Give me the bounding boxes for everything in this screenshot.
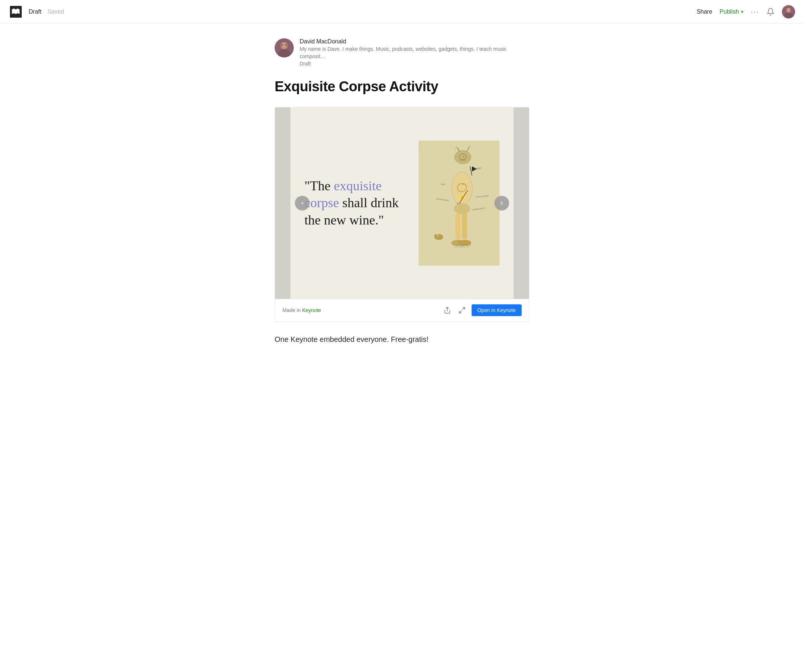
share-icon-button[interactable]: [442, 305, 453, 315]
header-left: Draft Saved: [9, 5, 696, 19]
author-name: David MacDonald: [300, 38, 529, 45]
author-status: Draft: [300, 61, 529, 67]
slide-content: "The exquisite corpse shall drink the ne…: [275, 119, 529, 288]
keynote-actions: Open in Keynote: [442, 304, 521, 316]
share-icon: [444, 307, 451, 314]
author-info: David MacDonald My name is Dave. I make …: [300, 38, 529, 67]
svg-line-43: [459, 311, 461, 313]
svg-rect-24: [455, 214, 461, 239]
bell-icon: [766, 8, 775, 16]
slide-quote: "The exquisite corpse shall drink the ne…: [304, 178, 404, 229]
article-body: One Keynote embedded everyone. Free-grat…: [275, 333, 529, 345]
medium-logo[interactable]: [9, 5, 23, 19]
chevron-right-icon: [499, 201, 504, 206]
notifications-button[interactable]: [766, 8, 775, 16]
publish-button[interactable]: Publish ▾: [720, 8, 743, 15]
author-section: David MacDonald My name is Dave. I make …: [275, 38, 529, 67]
publish-label: Publish: [720, 8, 739, 15]
chevron-down-icon: ▾: [741, 9, 743, 15]
author-avatar-image: [275, 38, 294, 57]
header: Draft Saved Share Publish ▾ ···: [0, 0, 804, 24]
keynote-slide: "The exquisite corpse shall drink the ne…: [275, 108, 529, 299]
saved-label: Saved: [47, 8, 64, 15]
keynote-footer: Made in Keynote: [275, 299, 529, 321]
svg-point-11: [282, 44, 283, 46]
made-in-label: Made in Keynote: [283, 307, 321, 313]
article-title: Exquisite Corpse Activity: [275, 78, 529, 95]
main-content: David MacDonald My name is Dave. I make …: [266, 24, 538, 375]
next-slide-button[interactable]: [494, 196, 509, 210]
svg-point-5: [787, 8, 790, 11]
author-bio: My name is Dave. I make things. Music, p…: [300, 46, 529, 60]
header-right: Share Publish ▾ ···: [696, 5, 795, 18]
svg-line-42: [462, 307, 464, 310]
more-options-button[interactable]: ···: [751, 7, 759, 16]
svg-point-23: [454, 203, 470, 214]
slide-image: Romm style cumor comer extrme à pist et …: [418, 140, 500, 266]
expand-icon: [458, 307, 466, 314]
svg-rect-25: [462, 214, 467, 239]
svg-point-12: [285, 44, 286, 46]
chevron-left-icon: [300, 201, 305, 206]
svg-point-30: [458, 240, 471, 246]
avatar[interactable]: [782, 5, 795, 18]
expand-icon-button[interactable]: [457, 305, 467, 315]
keynote-link[interactable]: Keynote: [302, 307, 321, 313]
draft-label: Draft: [29, 8, 42, 15]
author-avatar[interactable]: [275, 38, 294, 57]
avatar-image: [782, 5, 795, 18]
share-button[interactable]: Share: [696, 8, 712, 15]
svg-point-35: [436, 235, 439, 237]
prev-slide-button[interactable]: [295, 196, 310, 210]
keynote-embed: "The exquisite corpse shall drink the ne…: [275, 107, 529, 321]
ellipsis-icon: ···: [751, 7, 759, 16]
svg-text:style: style: [441, 183, 445, 186]
quote-part1: "The: [304, 178, 334, 193]
open-in-keynote-button[interactable]: Open in Keynote: [472, 304, 521, 316]
